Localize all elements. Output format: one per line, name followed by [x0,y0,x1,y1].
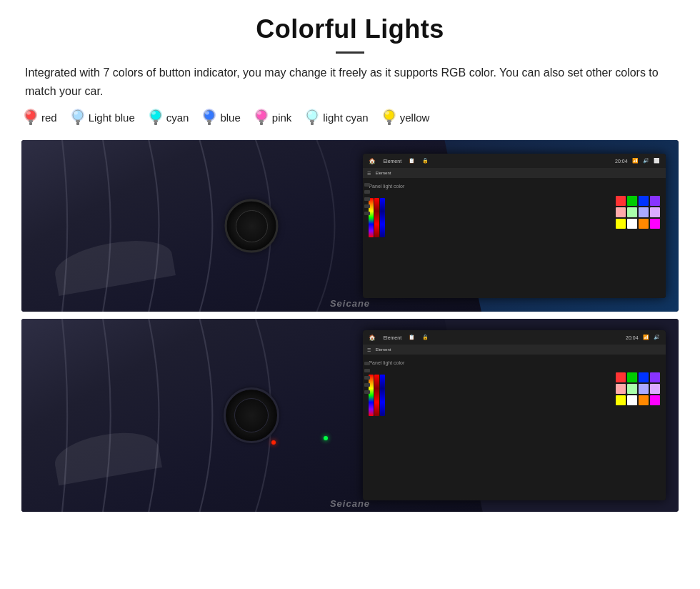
color-item-yellow: yellow [381,107,430,127]
watermark-bottom: Seicane [330,498,370,509]
svg-point-31 [384,110,394,120]
svg-point-6 [73,110,83,120]
svg-rect-14 [154,122,157,125]
color-label-Light-blue: Light blue [89,112,135,124]
color-item-red: red [23,107,57,127]
side-buttons-bottom [364,362,370,394]
panel-label-top: Panel light color [369,184,659,189]
svg-rect-34 [388,122,391,125]
bulb-icon-pink [254,107,269,127]
screen-menu-label-b: Element [383,335,401,340]
page-title: Colorful Lights [21,14,679,44]
car-image-top: 🏠 Element 📋 🔒 20:04 📶 🔊 ⬜ [21,140,679,312]
color-item-light-cyan: light cyan [304,107,368,127]
screen-sub-label-top: Element [375,171,391,175]
title-section: Colorful Lights [21,14,679,54]
screen-menu-label: Element [383,159,401,164]
car-image-bottom: 🏠 Element 📋 🔒 20:04 📶 🔊 ☰ [21,319,679,512]
svg-point-21 [256,110,266,120]
svg-rect-19 [208,122,211,125]
color-label-cyan: cyan [166,112,189,124]
screen-time-bottom: 20:04 [626,335,639,340]
side-buttons-top [364,183,370,215]
screen-top: 🏠 Element 📋 🔒 20:04 📶 🔊 ⬜ [363,154,665,298]
svg-rect-9 [76,122,79,125]
svg-rect-23 [259,120,264,122]
color-label-red: red [41,112,57,124]
bulb-icon-red [23,107,39,127]
watermark-top: Seicane [330,298,370,309]
svg-rect-3 [29,120,33,122]
svg-point-26 [307,110,317,120]
page-container: Colorful Lights Integrated with 7 colors… [0,0,700,526]
title-divider [336,51,364,54]
svg-point-11 [151,110,161,120]
bulb-icon-cyan [148,107,164,127]
bulb-icon-light-cyan [304,107,320,127]
svg-rect-29 [311,122,314,125]
svg-rect-13 [154,120,158,122]
color-label-yellow: yellow [400,112,430,124]
color-item-cyan: cyan [148,107,189,127]
bulb-icon-blue [201,107,217,127]
svg-point-16 [204,110,214,120]
screen-time-top: 20:04 [615,159,628,164]
svg-rect-24 [260,122,263,125]
color-label-blue: blue [220,112,240,124]
description-text: Integrated with 7 colors of button indic… [21,64,679,100]
screen-bottom: 🏠 Element 📋 🔒 20:04 📶 🔊 ☰ [363,330,665,500]
svg-rect-33 [387,120,391,122]
bulb-icon-Light-blue [70,107,86,127]
bulb-icon-yellow [381,107,397,127]
speaker-circle-bottom [224,387,279,443]
svg-rect-4 [29,122,32,125]
color-label-light-cyan: light cyan [323,112,368,124]
color-item-blue: blue [201,107,240,127]
color-indicators-row: redLight bluecyanbluepinklight cyanyello… [21,107,679,127]
svg-rect-18 [207,120,211,122]
speaker-circle-top [225,199,279,253]
color-item-pink: pink [254,107,292,127]
panel-label-bottom: Panel light color [369,360,659,365]
svg-point-1 [26,110,36,120]
color-item-Light-blue: Light blue [70,107,135,127]
images-section: 🏠 Element 📋 🔒 20:04 📶 🔊 ⬜ [21,140,679,519]
svg-rect-8 [76,120,80,122]
svg-rect-28 [310,120,314,122]
screen-sub-label-bottom: Element [375,347,391,352]
color-label-pink: pink [272,112,292,124]
